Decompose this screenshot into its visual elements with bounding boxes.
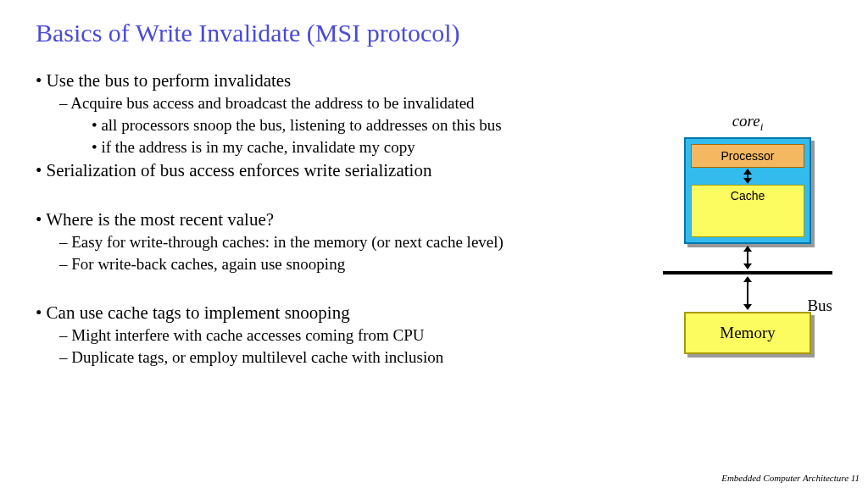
- memory-box: Memory: [684, 312, 811, 354]
- processor-box: Processor: [691, 144, 804, 168]
- bullet-l1: Use the bus to perform invalidates: [36, 69, 646, 92]
- slide-title: Basics of Write Invalidate (MSI protocol…: [0, 0, 868, 47]
- arrow-icon: [747, 247, 748, 269]
- bullet-l2: Duplicate tags, or employ multilevel cac…: [36, 347, 646, 368]
- bullet-l1: Can use cache tags to implement snooping: [36, 302, 646, 324]
- bullet-l1: Serialization of bus access enforces wri…: [36, 159, 646, 181]
- bullet-l3: if the address is in my cache, invalidat…: [36, 137, 646, 158]
- core-label: corei: [671, 112, 824, 134]
- bullet-l2: For write-back caches, again use snoopin…: [36, 254, 646, 274]
- bullet-l2: Easy for write-through caches: in the me…: [36, 232, 646, 252]
- bullet-content: Use the bus to perform invalidates Acqui…: [36, 69, 646, 369]
- slide-footer: Embedded Computer Architecture 11: [721, 473, 860, 483]
- architecture-diagram: corei Processor Cache Bus Memory: [671, 112, 824, 354]
- bullet-l2: Might interfere with cache accesses comi…: [36, 325, 646, 346]
- cache-box: Cache: [691, 185, 804, 237]
- core-box: Processor Cache: [684, 137, 811, 244]
- arrow-icon: [747, 277, 748, 309]
- bullet-l3: all processors snoop the bus, listening …: [36, 115, 646, 136]
- arrow-icon: [747, 169, 748, 183]
- bullet-l2: Acquire bus access and broadcast the add…: [36, 93, 646, 114]
- bullet-l1: Where is the most recent value?: [36, 208, 646, 230]
